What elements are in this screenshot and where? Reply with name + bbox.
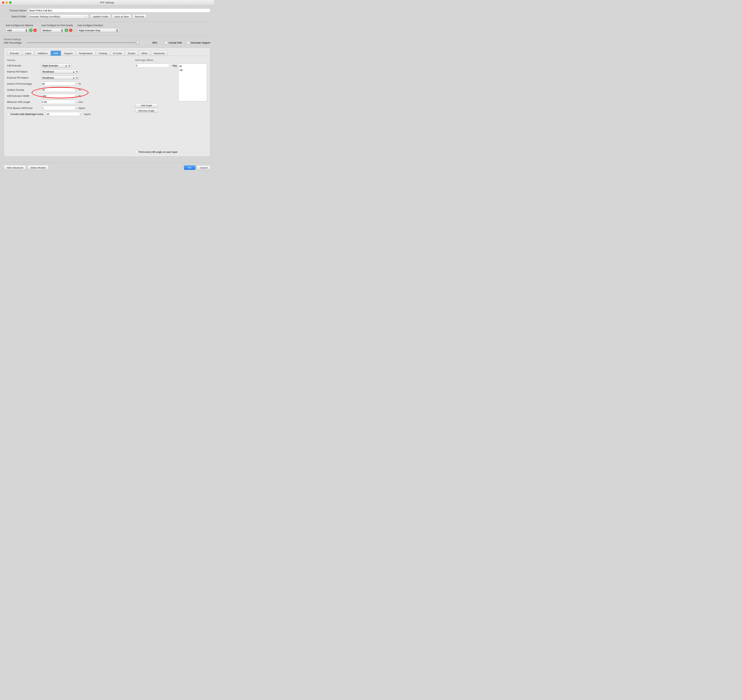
sparse-up-icon[interactable]: ▲ <box>75 107 77 108</box>
material-remove-button[interactable]: − <box>33 29 37 32</box>
tab-cooling[interactable]: Cooling <box>96 51 110 56</box>
print-sparse-infill-stepper[interactable]: ▲ ▼ <box>41 106 78 110</box>
diaphragm-input[interactable] <box>46 113 79 116</box>
process-name-row: Process Name: <box>4 8 210 13</box>
select-models-button[interactable]: Select Models <box>28 165 49 170</box>
include-raft-label: Include Raft <box>169 41 182 44</box>
extruder-chevron: ▲ ▼ <box>116 29 118 32</box>
print-sparse-infill-input[interactable] <box>41 107 75 109</box>
infill-extruder-select[interactable]: Right Extruder ▲ ▼ <box>41 63 71 68</box>
save-as-new-button[interactable]: Save as New <box>112 15 131 19</box>
int-chevron-down-icon: ▼ <box>76 70 78 73</box>
chevron-up-icon: ▲ <box>65 64 68 67</box>
ext-chevron-down-icon: ▼ <box>76 76 78 79</box>
tab-gcode[interactable]: G-Code <box>110 51 125 56</box>
tab-temperature[interactable]: Temperature <box>76 51 96 56</box>
minimum-infill-length-stepper[interactable]: ▲ ▼ <box>41 100 78 104</box>
infill-extrusion-width-input[interactable] <box>41 94 75 97</box>
internal-fill-pattern-row: Internal Fill Pattern Rectilinear ▲ ▼ <box>7 69 131 74</box>
diaphragm-checkbox[interactable] <box>7 113 9 115</box>
angle-input[interactable] <box>135 64 169 67</box>
diaphragm-up-icon[interactable]: ▲ <box>80 113 82 114</box>
angle-action-buttons: Add Angle Remove Angle <box>135 103 207 113</box>
tab-layer[interactable]: Layer <box>22 51 34 56</box>
external-fill-pattern-select[interactable]: Rectilinear ▲ ▼ <box>41 76 79 80</box>
stepper-down-icon[interactable]: ▼ <box>75 84 77 85</box>
ok-button[interactable]: OK <box>184 165 196 170</box>
tab-extruder[interactable]: Extruder <box>7 51 22 56</box>
interior-fill-percentage-input[interactable] <box>41 82 75 85</box>
angle-offsets-label: Infill Angle Offsets <box>135 59 207 62</box>
interior-fill-percentage-stepper[interactable]: ▲ ▼ <box>41 82 78 86</box>
minimize-button[interactable] <box>6 1 8 4</box>
infill-extruder-row: Infill Extruder Right Extruder ▲ ▼ <box>7 63 131 68</box>
print-sparse-infill-label: Print Sparse Infill Every <box>7 107 41 109</box>
infill-slider[interactable] <box>27 41 150 44</box>
generate-support-checkbox[interactable] <box>187 41 190 44</box>
minimum-infill-length-input[interactable] <box>41 101 75 103</box>
quality-add-button[interactable]: + <box>65 29 68 32</box>
extrusion-down-icon[interactable]: ▼ <box>75 96 77 97</box>
slider-track <box>27 42 150 43</box>
tab-additions[interactable]: Additions <box>35 51 50 56</box>
cancel-button[interactable]: Cancel <box>197 165 210 170</box>
stepper-up-icon[interactable]: ▲ <box>75 82 77 84</box>
tab-infill[interactable]: Infill <box>51 51 61 56</box>
outline-up-icon[interactable]: ▲ <box>75 88 77 90</box>
bottom-left-buttons: Hide Advanced Select Models <box>4 165 49 170</box>
window-controls <box>2 1 12 4</box>
add-angle-button[interactable]: Add Angle <box>135 103 158 107</box>
outline-down-icon[interactable]: ▼ <box>75 90 77 91</box>
int-chevron-up-icon: ▲ <box>72 70 75 73</box>
extruder-select[interactable]: Right Extruder Only ▲ ▼ <box>78 28 119 32</box>
titlebar: FFF Settings <box>0 0 214 5</box>
process-name-input[interactable] <box>28 8 210 13</box>
angle-stepper[interactable]: ▲ ▼ <box>135 63 171 68</box>
outline-overlap-stepper[interactable]: ▲ ▼ <box>41 88 78 92</box>
minimum-infill-length-label: Minimum Infill Length <box>7 101 41 103</box>
tabs-row: Extruder Layer Additions Infill Support … <box>7 51 207 56</box>
material-add-button[interactable]: + <box>29 29 32 32</box>
remove-angle-button[interactable]: Remove Angle <box>135 109 158 113</box>
angle-list[interactable]: 45 -45 <box>178 63 207 101</box>
quality-chevron: ▲ ▼ <box>60 29 63 32</box>
outline-overlap-input[interactable] <box>41 88 75 91</box>
diaphragm-unit: layers <box>84 113 91 116</box>
hide-advanced-button[interactable]: Hide Advanced <box>4 165 26 170</box>
tab-scripts[interactable]: Scripts <box>125 51 138 56</box>
min-length-stepper-buttons: ▲ ▼ <box>75 101 77 103</box>
tab-advanced[interactable]: Advanced <box>151 51 168 56</box>
extruder-down-icon: ▼ <box>116 30 118 32</box>
material-value: ABS <box>7 29 24 32</box>
quality-remove-button[interactable]: − <box>69 29 72 32</box>
extruder-label: Auto-Configure Extruders <box>78 24 119 27</box>
remove-button[interactable]: Remove <box>132 15 146 19</box>
extruder-group: Auto-Configure Extruders Right Extruder … <box>78 24 119 32</box>
material-select[interactable]: ABS ▲ ▼ <box>6 28 28 32</box>
angle-down-icon[interactable]: ▼ <box>169 66 171 67</box>
diaphragm-row: Include solid diaphragm every ▲ ▼ layers <box>7 112 131 116</box>
infill-extrusion-width-stepper[interactable]: ▲ ▼ <box>41 94 78 98</box>
interior-fill-percentage-label: Interior Fill Percentage <box>7 82 41 85</box>
include-raft-checkbox[interactable] <box>165 41 168 44</box>
external-fill-pattern-value: Rectilinear <box>43 76 72 79</box>
min-length-up-icon[interactable]: ▲ <box>75 101 77 102</box>
infill-extrusion-width-label: Infill Extrusion Width <box>7 94 41 97</box>
diaphragm-stepper[interactable]: ▲ ▼ <box>46 112 82 116</box>
maximize-button[interactable] <box>9 1 12 4</box>
tab-support[interactable]: Support <box>61 51 76 56</box>
angle-input-group: ▲ ▼ deg <box>135 63 177 68</box>
infill-angle-offsets-panel: Infill Angle Offsets ▲ ▼ deg <box>135 59 207 153</box>
tab-other[interactable]: Other <box>138 51 150 56</box>
profile-select[interactable]: Example Settings (modified) <box>28 15 89 19</box>
print-every-checkbox[interactable] <box>135 151 137 153</box>
angle-up-icon[interactable]: ▲ <box>169 64 171 66</box>
min-length-down-icon[interactable]: ▼ <box>75 102 77 103</box>
quality-select[interactable]: Medium ▲ ▼ <box>41 28 64 32</box>
diaphragm-down-icon[interactable]: ▼ <box>80 114 82 116</box>
update-profile-button[interactable]: Update Profile <box>90 15 110 19</box>
close-button[interactable] <box>2 1 4 4</box>
internal-fill-pattern-select[interactable]: Rectilinear ▲ ▼ <box>41 69 79 74</box>
sparse-down-icon[interactable]: ▼ <box>75 108 77 109</box>
extrusion-up-icon[interactable]: ▲ <box>75 94 77 96</box>
